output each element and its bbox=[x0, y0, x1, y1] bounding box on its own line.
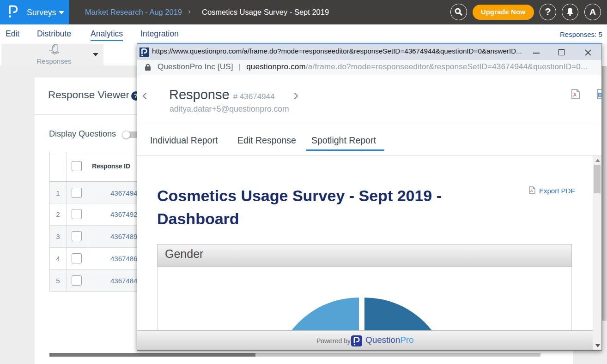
svg-text:A: A bbox=[573, 92, 577, 97]
svg-text:x: x bbox=[599, 93, 601, 97]
svg-text:A: A bbox=[530, 189, 533, 193]
